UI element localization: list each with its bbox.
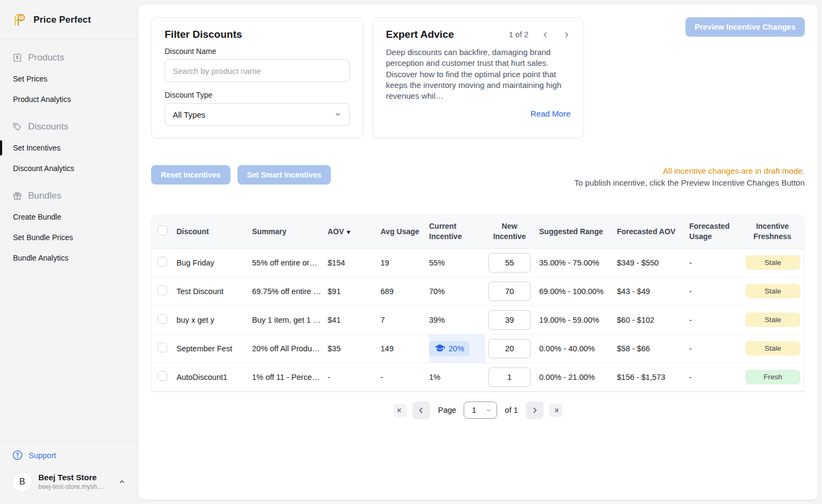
cell-new-incentive	[485, 367, 539, 387]
chevron-up-icon	[118, 478, 126, 486]
new-incentive-input[interactable]	[488, 253, 531, 273]
new-incentive-input[interactable]	[488, 282, 531, 301]
page-of-label: of 1	[505, 406, 518, 414]
read-more-link[interactable]: Read More	[386, 109, 570, 118]
col-new-incentive: New Incentive	[485, 221, 539, 242]
first-page-button[interactable]	[393, 404, 407, 417]
store-switcher[interactable]: B Beej Test Store beej-test-store.mysh…	[0, 465, 138, 504]
new-incentive-input[interactable]	[488, 367, 531, 387]
sidebar-item-bundle-analytics[interactable]: Bundle Analytics	[0, 248, 138, 268]
cell-avg-usage: 149	[381, 344, 429, 353]
nav-section-discounts: Discounts	[0, 116, 138, 138]
sidebar-item-product-analytics[interactable]: Product Analytics	[0, 89, 138, 110]
sidebar-item-set-prices[interactable]: Set Prices	[0, 69, 138, 89]
advice-page-indicator: 1 of 2	[509, 30, 528, 39]
advice-prev-icon[interactable]	[541, 31, 549, 39]
reset-incentives-button[interactable]: Reset Incentives	[151, 165, 230, 185]
filter-panel-title: Filter Discounts	[165, 29, 350, 40]
row-checkbox[interactable]	[158, 285, 167, 295]
store-domain: beej-test-store.mysh…	[38, 483, 104, 491]
smart-incentive-pill: 20%	[429, 341, 470, 356]
sidebar-footer: Support B Beej Test Store beej-test-stor…	[0, 441, 138, 504]
cell-new-incentive	[485, 310, 539, 330]
cell-discount-name: Bug Friday	[176, 258, 252, 267]
cell-summary: 55% off entire or…	[252, 258, 328, 267]
cell-forecasted-usage: -	[689, 316, 745, 324]
col-aov[interactable]: AOV▼	[328, 227, 381, 237]
cell-forecasted-aov: $60 - $102	[617, 316, 689, 324]
preview-incentive-changes-button[interactable]: Preview Incentive Changes	[685, 17, 805, 37]
freshness-badge: Stale	[745, 284, 800, 298]
cell-discount-name: September Fest	[176, 344, 252, 353]
main-card: Filter Discounts Discount Name Discount …	[138, 4, 818, 500]
cell-freshness: Stale	[745, 312, 804, 327]
col-discount: Discount	[176, 227, 252, 237]
page-number-select[interactable]: 1	[464, 401, 497, 419]
cell-summary: 69.75% off entire …	[252, 287, 328, 296]
graduation-cap-icon	[434, 344, 445, 352]
table-body: Bug Friday 55% off entire or… $154 19 55…	[152, 249, 804, 392]
cell-new-incentive	[485, 253, 539, 273]
sidebar: Price Perfect Products Set Prices Produc…	[0, 0, 138, 504]
select-all-checkbox[interactable]	[158, 226, 167, 235]
gift-icon	[12, 190, 23, 201]
cell-current-incentive: 55%	[429, 249, 485, 277]
sidebar-item-discount-analytics[interactable]: Discount Analytics	[0, 158, 138, 179]
pagination: Page 1 of 1	[151, 401, 805, 419]
advice-next-icon[interactable]	[562, 31, 570, 39]
last-page-button[interactable]	[549, 404, 562, 417]
cell-discount-name: buy x get y	[176, 316, 252, 324]
discount-type-select[interactable]: All Types	[165, 103, 350, 126]
cell-current-incentive: 70%	[429, 277, 485, 305]
cell-forecasted-aov: $58 - $66	[617, 344, 689, 353]
price-perfect-logo-icon	[12, 12, 28, 28]
discount-type-label: Discount Type	[165, 91, 350, 99]
discount-name-label: Discount Name	[165, 47, 350, 56]
cell-forecasted-aov: $349 - $550	[617, 258, 689, 267]
chevron-first-icon	[397, 407, 404, 414]
cell-aov: $154	[328, 258, 381, 267]
sidebar-item-create-bundle[interactable]: Create Bundle	[0, 207, 138, 227]
cell-suggested-range: 35.00% - 75.00%	[539, 258, 617, 267]
cell-avg-usage: 7	[381, 316, 429, 324]
cell-current-incentive: 1%	[429, 363, 485, 391]
discount-name-input[interactable]	[165, 59, 350, 82]
next-page-button[interactable]	[526, 401, 544, 419]
sidebar-item-set-incentives[interactable]: Set Incentives	[0, 138, 138, 158]
sidebar-item-set-bundle-prices[interactable]: Set Bundle Prices	[0, 227, 138, 248]
discounts-table: Discount Summary AOV▼ Avg Usage Current …	[151, 215, 804, 392]
cell-aov: $91	[328, 287, 381, 296]
row-checkbox[interactable]	[158, 371, 167, 381]
row-checkbox[interactable]	[158, 257, 167, 267]
app-title: Price Perfect	[33, 15, 91, 25]
support-link[interactable]: Support	[0, 442, 138, 465]
new-incentive-input[interactable]	[488, 339, 531, 358]
cell-suggested-range: 69.00% - 100.00%	[539, 287, 617, 296]
receipt-dollar-icon	[12, 52, 23, 63]
col-summary: Summary	[252, 227, 328, 237]
cell-aov: $41	[328, 316, 381, 324]
col-incentive-freshness: Incentive Freshness	[745, 221, 804, 242]
freshness-badge: Stale	[745, 341, 800, 356]
advice-panel-title: Expert Advice	[386, 29, 454, 40]
freshness-badge: Stale	[745, 255, 800, 270]
cell-aov: -	[328, 373, 381, 382]
cell-freshness: Fresh	[745, 370, 804, 384]
chevron-down-icon	[334, 111, 342, 118]
new-incentive-input[interactable]	[488, 310, 531, 330]
set-smart-incentives-button[interactable]: Set Smart Incentives	[237, 165, 331, 185]
cell-discount-name: AutoDiscount1	[176, 373, 252, 382]
cell-discount-name: Test Discount	[176, 287, 252, 296]
prev-page-button[interactable]	[412, 401, 430, 419]
main-area: Filter Discounts Discount Name Discount …	[138, 0, 822, 504]
chevron-down-icon	[485, 407, 492, 413]
cell-aov: $35	[328, 344, 381, 353]
row-checkbox[interactable]	[158, 314, 167, 324]
row-checkbox[interactable]	[158, 343, 167, 352]
chevron-left-icon	[417, 406, 426, 415]
cell-avg-usage: -	[381, 373, 429, 382]
draft-mode-notice: All incentive changes are in draft mode.…	[574, 165, 805, 189]
cell-forecasted-aov: $43 - $49	[617, 287, 689, 296]
advice-pager: 1 of 2	[509, 30, 570, 39]
col-suggested-range: Suggested Range	[539, 227, 617, 237]
